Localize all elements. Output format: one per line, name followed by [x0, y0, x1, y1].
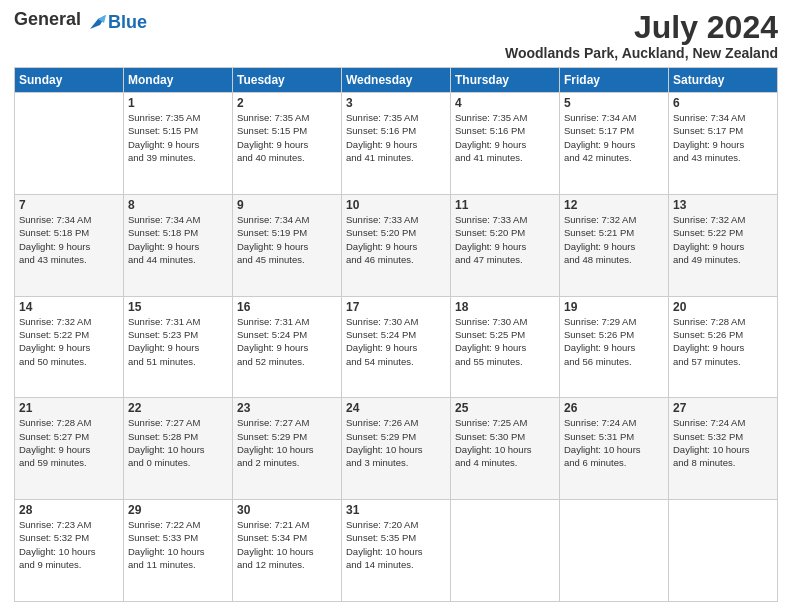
calendar-cell	[15, 93, 124, 195]
day-number: 5	[564, 96, 664, 110]
calendar-cell: 7Sunrise: 7:34 AMSunset: 5:18 PMDaylight…	[15, 194, 124, 296]
calendar-cell: 28Sunrise: 7:23 AMSunset: 5:32 PMDayligh…	[15, 500, 124, 602]
calendar-cell: 3Sunrise: 7:35 AMSunset: 5:16 PMDaylight…	[342, 93, 451, 195]
day-number: 9	[237, 198, 337, 212]
calendar-cell: 22Sunrise: 7:27 AMSunset: 5:28 PMDayligh…	[124, 398, 233, 500]
calendar-day-header: Saturday	[669, 68, 778, 93]
calendar-week-row: 14Sunrise: 7:32 AMSunset: 5:22 PMDayligh…	[15, 296, 778, 398]
day-info: Sunrise: 7:23 AMSunset: 5:32 PMDaylight:…	[19, 518, 119, 571]
calendar-cell: 24Sunrise: 7:26 AMSunset: 5:29 PMDayligh…	[342, 398, 451, 500]
calendar-cell: 5Sunrise: 7:34 AMSunset: 5:17 PMDaylight…	[560, 93, 669, 195]
day-info: Sunrise: 7:34 AMSunset: 5:17 PMDaylight:…	[564, 111, 664, 164]
day-number: 2	[237, 96, 337, 110]
day-info: Sunrise: 7:33 AMSunset: 5:20 PMDaylight:…	[346, 213, 446, 266]
location: Woodlands Park, Auckland, New Zealand	[505, 45, 778, 61]
calendar-cell	[669, 500, 778, 602]
day-info: Sunrise: 7:35 AMSunset: 5:15 PMDaylight:…	[128, 111, 228, 164]
day-number: 28	[19, 503, 119, 517]
day-info: Sunrise: 7:33 AMSunset: 5:20 PMDaylight:…	[455, 213, 555, 266]
day-info: Sunrise: 7:22 AMSunset: 5:33 PMDaylight:…	[128, 518, 228, 571]
day-info: Sunrise: 7:35 AMSunset: 5:16 PMDaylight:…	[455, 111, 555, 164]
header-right: July 2024 Woodlands Park, Auckland, New …	[505, 10, 778, 61]
calendar-cell: 23Sunrise: 7:27 AMSunset: 5:29 PMDayligh…	[233, 398, 342, 500]
month-title: July 2024	[505, 10, 778, 45]
day-info: Sunrise: 7:34 AMSunset: 5:18 PMDaylight:…	[19, 213, 119, 266]
calendar-cell: 13Sunrise: 7:32 AMSunset: 5:22 PMDayligh…	[669, 194, 778, 296]
day-number: 11	[455, 198, 555, 212]
day-number: 17	[346, 300, 446, 314]
header: General Blue July 2024 Woodlands Park, A…	[14, 10, 778, 61]
day-number: 13	[673, 198, 773, 212]
day-number: 26	[564, 401, 664, 415]
calendar-day-header: Sunday	[15, 68, 124, 93]
calendar-week-row: 1Sunrise: 7:35 AMSunset: 5:15 PMDaylight…	[15, 93, 778, 195]
day-number: 20	[673, 300, 773, 314]
calendar-cell: 21Sunrise: 7:28 AMSunset: 5:27 PMDayligh…	[15, 398, 124, 500]
calendar: SundayMondayTuesdayWednesdayThursdayFrid…	[14, 67, 778, 602]
calendar-cell: 26Sunrise: 7:24 AMSunset: 5:31 PMDayligh…	[560, 398, 669, 500]
day-number: 30	[237, 503, 337, 517]
calendar-cell: 1Sunrise: 7:35 AMSunset: 5:15 PMDaylight…	[124, 93, 233, 195]
calendar-cell: 8Sunrise: 7:34 AMSunset: 5:18 PMDaylight…	[124, 194, 233, 296]
calendar-cell: 15Sunrise: 7:31 AMSunset: 5:23 PMDayligh…	[124, 296, 233, 398]
day-number: 4	[455, 96, 555, 110]
day-number: 16	[237, 300, 337, 314]
calendar-cell: 25Sunrise: 7:25 AMSunset: 5:30 PMDayligh…	[451, 398, 560, 500]
day-number: 21	[19, 401, 119, 415]
calendar-cell: 31Sunrise: 7:20 AMSunset: 5:35 PMDayligh…	[342, 500, 451, 602]
calendar-cell	[560, 500, 669, 602]
calendar-cell: 20Sunrise: 7:28 AMSunset: 5:26 PMDayligh…	[669, 296, 778, 398]
calendar-day-header: Wednesday	[342, 68, 451, 93]
day-number: 29	[128, 503, 228, 517]
day-info: Sunrise: 7:31 AMSunset: 5:24 PMDaylight:…	[237, 315, 337, 368]
day-info: Sunrise: 7:30 AMSunset: 5:24 PMDaylight:…	[346, 315, 446, 368]
calendar-cell: 4Sunrise: 7:35 AMSunset: 5:16 PMDaylight…	[451, 93, 560, 195]
day-number: 24	[346, 401, 446, 415]
calendar-cell: 6Sunrise: 7:34 AMSunset: 5:17 PMDaylight…	[669, 93, 778, 195]
logo-bird-icon	[86, 11, 108, 33]
calendar-header-row: SundayMondayTuesdayWednesdayThursdayFrid…	[15, 68, 778, 93]
calendar-cell: 14Sunrise: 7:32 AMSunset: 5:22 PMDayligh…	[15, 296, 124, 398]
calendar-cell: 27Sunrise: 7:24 AMSunset: 5:32 PMDayligh…	[669, 398, 778, 500]
calendar-cell	[451, 500, 560, 602]
day-info: Sunrise: 7:32 AMSunset: 5:22 PMDaylight:…	[673, 213, 773, 266]
day-number: 27	[673, 401, 773, 415]
day-number: 22	[128, 401, 228, 415]
day-number: 19	[564, 300, 664, 314]
day-number: 18	[455, 300, 555, 314]
day-number: 31	[346, 503, 446, 517]
calendar-cell: 29Sunrise: 7:22 AMSunset: 5:33 PMDayligh…	[124, 500, 233, 602]
day-info: Sunrise: 7:27 AMSunset: 5:29 PMDaylight:…	[237, 416, 337, 469]
day-number: 15	[128, 300, 228, 314]
calendar-week-row: 7Sunrise: 7:34 AMSunset: 5:18 PMDaylight…	[15, 194, 778, 296]
day-info: Sunrise: 7:32 AMSunset: 5:22 PMDaylight:…	[19, 315, 119, 368]
day-number: 10	[346, 198, 446, 212]
calendar-week-row: 21Sunrise: 7:28 AMSunset: 5:27 PMDayligh…	[15, 398, 778, 500]
calendar-cell: 16Sunrise: 7:31 AMSunset: 5:24 PMDayligh…	[233, 296, 342, 398]
day-info: Sunrise: 7:25 AMSunset: 5:30 PMDaylight:…	[455, 416, 555, 469]
day-info: Sunrise: 7:24 AMSunset: 5:32 PMDaylight:…	[673, 416, 773, 469]
day-info: Sunrise: 7:28 AMSunset: 5:26 PMDaylight:…	[673, 315, 773, 368]
calendar-cell: 19Sunrise: 7:29 AMSunset: 5:26 PMDayligh…	[560, 296, 669, 398]
day-info: Sunrise: 7:34 AMSunset: 5:19 PMDaylight:…	[237, 213, 337, 266]
calendar-day-header: Friday	[560, 68, 669, 93]
day-info: Sunrise: 7:26 AMSunset: 5:29 PMDaylight:…	[346, 416, 446, 469]
calendar-cell: 12Sunrise: 7:32 AMSunset: 5:21 PMDayligh…	[560, 194, 669, 296]
day-info: Sunrise: 7:35 AMSunset: 5:15 PMDaylight:…	[237, 111, 337, 164]
logo-blue: Blue	[108, 12, 147, 32]
logo: General Blue	[14, 10, 147, 33]
day-info: Sunrise: 7:31 AMSunset: 5:23 PMDaylight:…	[128, 315, 228, 368]
day-number: 12	[564, 198, 664, 212]
day-info: Sunrise: 7:28 AMSunset: 5:27 PMDaylight:…	[19, 416, 119, 469]
day-info: Sunrise: 7:35 AMSunset: 5:16 PMDaylight:…	[346, 111, 446, 164]
day-number: 25	[455, 401, 555, 415]
calendar-cell: 18Sunrise: 7:30 AMSunset: 5:25 PMDayligh…	[451, 296, 560, 398]
day-info: Sunrise: 7:29 AMSunset: 5:26 PMDaylight:…	[564, 315, 664, 368]
day-info: Sunrise: 7:32 AMSunset: 5:21 PMDaylight:…	[564, 213, 664, 266]
calendar-cell: 11Sunrise: 7:33 AMSunset: 5:20 PMDayligh…	[451, 194, 560, 296]
day-info: Sunrise: 7:34 AMSunset: 5:18 PMDaylight:…	[128, 213, 228, 266]
day-number: 3	[346, 96, 446, 110]
day-info: Sunrise: 7:27 AMSunset: 5:28 PMDaylight:…	[128, 416, 228, 469]
calendar-cell: 30Sunrise: 7:21 AMSunset: 5:34 PMDayligh…	[233, 500, 342, 602]
calendar-day-header: Tuesday	[233, 68, 342, 93]
